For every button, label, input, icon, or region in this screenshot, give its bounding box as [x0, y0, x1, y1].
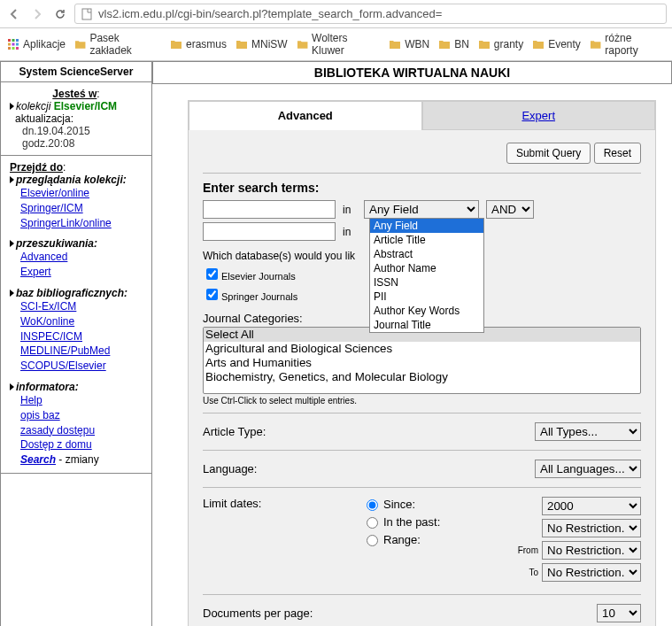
dropdown-option[interactable]: Abstract: [370, 247, 483, 261]
bookmark-item[interactable]: Wolters Kluwer: [297, 32, 381, 57]
db-elsevier-checkbox[interactable]: [206, 268, 218, 280]
folder-icon: [389, 39, 401, 50]
content-area: BIBLIOTEKA WIRTUALNA NAUKI Advanced Expe…: [152, 61, 672, 626]
dropdown-option[interactable]: Journal Title: [370, 318, 483, 332]
article-type-label: Article Type:: [203, 425, 535, 438]
apps-label: Aplikacje: [23, 38, 66, 50]
nav-link-search[interactable]: Search: [20, 453, 56, 466]
article-type-select[interactable]: All Types...: [535, 422, 641, 441]
bookmarks-bar: Aplikacje Pasek zakładek erasmus MNiSW W…: [0, 28, 672, 61]
triangle-icon: [10, 290, 14, 297]
dropdown-option[interactable]: Author Name: [370, 261, 483, 275]
range-radio[interactable]: [367, 535, 378, 546]
bookmark-item[interactable]: BN: [438, 38, 469, 50]
svg-rect-3: [16, 39, 19, 42]
folder-icon: [74, 39, 86, 50]
db-springer-checkbox[interactable]: [206, 289, 218, 300]
range-from-select[interactable]: No Restriction...: [542, 541, 641, 560]
dropdown-option[interactable]: PII: [370, 290, 483, 304]
tabs: Advanced Expert: [189, 101, 655, 130]
browser-toolbar: vls2.icm.edu.pl/cgi-bin/search.pl?templa…: [0, 0, 672, 28]
field-select-1[interactable]: Any Field: [364, 200, 479, 219]
field-dropdown-open: Any Field Article Title Abstract Author …: [369, 218, 484, 333]
folder-icon: [478, 39, 490, 50]
svg-rect-1: [8, 39, 11, 42]
svg-rect-6: [16, 43, 19, 46]
bookmark-item[interactable]: erasmus: [170, 38, 227, 50]
nav-link[interactable]: WoK/online: [20, 314, 143, 329]
bookmark-item[interactable]: Eventy: [532, 38, 581, 50]
search-form: Advanced Expert Submit Query Reset Enter…: [188, 100, 656, 626]
sidebar-nav: Przejdź do: przeglądania kolekcji: Elsev…: [1, 156, 151, 474]
nav-link[interactable]: Elsevier/online: [20, 186, 143, 201]
url-bar[interactable]: vls2.icm.edu.pl/cgi-bin/search.pl?templa…: [74, 4, 667, 24]
language-select[interactable]: All Languages...: [535, 460, 641, 478]
page-icon: [81, 8, 93, 20]
search-term-2[interactable]: [203, 222, 336, 241]
reset-button[interactable]: Reset: [594, 143, 641, 164]
inpast-select[interactable]: No Restriction...: [542, 519, 641, 537]
bookmark-item[interactable]: WBN: [389, 38, 429, 50]
bookmark-item[interactable]: różne raporty: [590, 32, 665, 57]
range-to-select[interactable]: No Restriction...: [542, 563, 641, 582]
nav-link[interactable]: Springer/ICM: [20, 201, 143, 216]
triangle-icon: [10, 103, 14, 110]
dropdown-option[interactable]: Article Title: [370, 233, 483, 247]
folder-icon: [297, 39, 308, 50]
submit-button[interactable]: Submit Query: [506, 143, 591, 164]
dropdown-option[interactable]: Any Field: [370, 219, 483, 233]
sidebar-location: Jesteś w: kolekcji Elsevier/ICM aktualiz…: [1, 82, 151, 156]
folder-icon: [532, 39, 545, 50]
nav-link[interactable]: SCI-Ex/ICM: [20, 299, 143, 314]
page-title: BIBLIOTEKA WIRTUALNA NAUKI: [152, 61, 672, 84]
nav-link[interactable]: MEDLINE/PubMed: [20, 344, 143, 359]
collection-link[interactable]: Elsevier/ICM: [54, 100, 117, 112]
folder-icon: [236, 39, 248, 50]
svg-rect-7: [8, 47, 11, 50]
docs-per-page-select[interactable]: 10: [597, 604, 641, 622]
inpast-radio[interactable]: [367, 517, 378, 529]
language-label: Language:: [203, 462, 535, 475]
bool-select[interactable]: AND: [486, 200, 534, 219]
since-radio[interactable]: [367, 499, 378, 511]
nav-link[interactable]: INSPEC/ICM: [20, 329, 143, 344]
nav-link[interactable]: opis baz: [20, 408, 143, 423]
bookmark-item[interactable]: MNiSW: [236, 38, 288, 50]
svg-rect-4: [8, 43, 11, 46]
bookmark-item[interactable]: Pasek zakładek: [74, 32, 161, 57]
docs-per-page-label: Documents per page:: [203, 607, 597, 620]
svg-rect-5: [12, 43, 15, 46]
apps-button[interactable]: Aplikacje: [7, 38, 66, 50]
folder-icon: [438, 39, 451, 50]
sidebar: System ScienceServer Jesteś w: kolekcji …: [0, 61, 152, 626]
search-term-1[interactable]: [203, 200, 336, 219]
nav-link[interactable]: Advanced: [20, 250, 143, 265]
reload-button[interactable]: [51, 5, 69, 23]
triangle-icon: [10, 383, 14, 390]
back-button[interactable]: [5, 5, 23, 23]
nav-link[interactable]: Expert: [20, 265, 143, 280]
nav-link[interactable]: Dostęp z domu: [20, 437, 143, 452]
svg-rect-9: [16, 47, 19, 50]
limit-dates-label: Limit dates:: [203, 497, 362, 585]
svg-rect-0: [82, 9, 91, 19]
journal-categories[interactable]: Select All Agricultural and Biological S…: [203, 327, 641, 394]
nav-link[interactable]: zasady dostępu: [20, 423, 143, 438]
svg-rect-2: [12, 39, 15, 42]
forward-button[interactable]: [28, 5, 46, 23]
url-text: vls2.icm.edu.pl/cgi-bin/search.pl?templa…: [98, 7, 442, 20]
ctrl-click-hint: Use Ctrl-Click to select multiple entrie…: [203, 396, 641, 406]
folder-icon: [590, 39, 601, 50]
nav-link[interactable]: Help: [20, 393, 143, 408]
dropdown-option[interactable]: ISSN: [370, 275, 483, 290]
since-year-select[interactable]: 2000: [542, 497, 641, 515]
tab-advanced[interactable]: Advanced: [189, 101, 422, 130]
nav-link[interactable]: SpringerLink/online: [20, 216, 143, 231]
apps-icon: [7, 38, 19, 50]
tab-expert[interactable]: Expert: [422, 101, 656, 130]
dropdown-option[interactable]: Author Key Words: [370, 304, 483, 318]
folder-icon: [170, 39, 182, 50]
nav-link[interactable]: SCOPUS/Elsevier: [20, 359, 143, 374]
bookmark-item[interactable]: granty: [478, 38, 523, 50]
enter-terms-label: Enter search terms:: [203, 181, 641, 195]
